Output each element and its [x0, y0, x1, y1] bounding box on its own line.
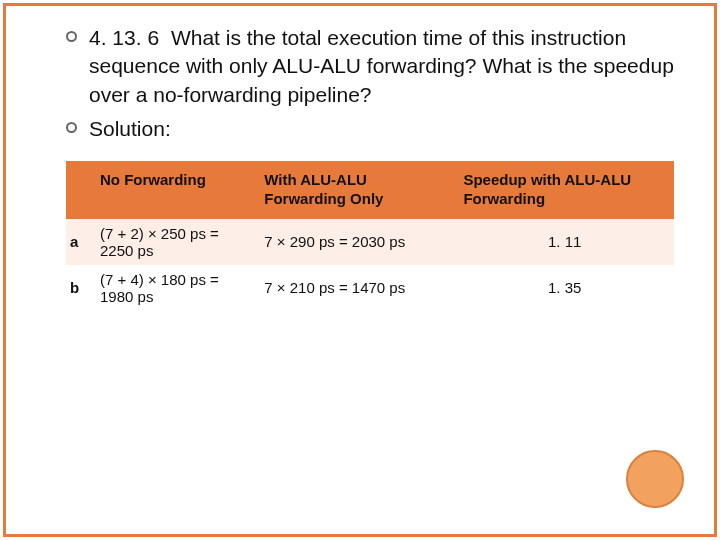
question-text: What is the total execution time of this… [89, 26, 674, 106]
bullet-text: 4. 13. 6 What is the total execution tim… [89, 24, 674, 109]
table-row: b (7 + 4) × 180 ps = 1980 ps 7 × 210 ps … [66, 265, 674, 311]
cell-withfwd: 7 × 290 ps = 2030 ps [256, 219, 455, 265]
table-body: a (7 + 2) × 250 ps = 2250 ps 7 × 290 ps … [66, 219, 674, 311]
col-header-blank [66, 161, 92, 219]
corner-circle-icon [626, 450, 684, 508]
col-header-nofwd: No Forwarding [92, 161, 256, 219]
col-header-speedup: Speedup with ALU-ALU Forwarding [455, 161, 674, 219]
table-row: a (7 + 2) × 250 ps = 2250 ps 7 × 290 ps … [66, 219, 674, 265]
solution-table: No Forwarding With ALU-ALU Forwarding On… [66, 161, 674, 311]
solution-table-wrap: No Forwarding With ALU-ALU Forwarding On… [66, 161, 674, 311]
bullet-item: 4. 13. 6 What is the total execution tim… [66, 24, 674, 109]
solution-label: Solution: [89, 117, 171, 140]
slide-content: 4. 13. 6 What is the total execution tim… [6, 6, 714, 311]
cell-speedup: 1. 35 [455, 265, 674, 311]
bullet-item: Solution: [66, 115, 674, 143]
bullet-circle-icon [66, 122, 77, 133]
bullet-text: Solution: [89, 115, 171, 143]
cell-nofwd: (7 + 2) × 250 ps = 2250 ps [92, 219, 256, 265]
row-label: a [66, 219, 92, 265]
cell-speedup: 1. 11 [455, 219, 674, 265]
table-header: No Forwarding With ALU-ALU Forwarding On… [66, 161, 674, 219]
row-label: b [66, 265, 92, 311]
cell-withfwd: 7 × 210 ps = 1470 ps [256, 265, 455, 311]
cell-nofwd: (7 + 4) × 180 ps = 1980 ps [92, 265, 256, 311]
col-header-withfwd: With ALU-ALU Forwarding Only [256, 161, 455, 219]
question-number: 4. 13. 6 [89, 26, 159, 49]
slide-frame: 4. 13. 6 What is the total execution tim… [3, 3, 717, 537]
bullet-circle-icon [66, 31, 77, 42]
